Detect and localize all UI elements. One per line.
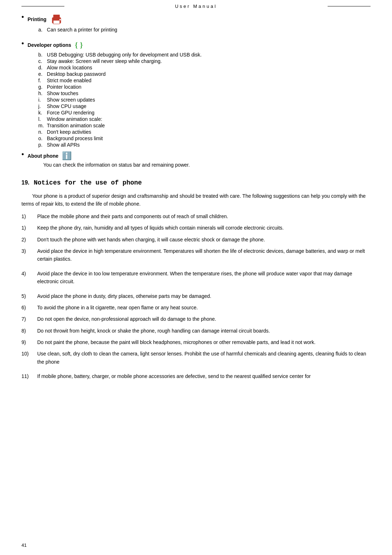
sub-item-i: i. Show screen updates <box>38 97 202 103</box>
section19-heading-row: 19. Notices for the use of phone <box>21 179 371 186</box>
printer-icon <box>50 14 63 25</box>
sub-text-i: Show screen updates <box>47 97 202 103</box>
sub-letter-k: k. <box>38 110 47 116</box>
sub-letter-h: h. <box>38 90 47 96</box>
sub-letter-p: p. <box>38 142 47 148</box>
list-item: 4) Avoid place the device in too low tem… <box>21 270 371 286</box>
sub-item-p: p. Show all APRs <box>38 142 202 148</box>
num-text-9: Do not paint the phone, because the pain… <box>37 338 371 346</box>
about-label: About phone <box>28 153 58 159</box>
bullet-developer: • <box>21 40 24 47</box>
num-label-2: 2) <box>21 236 37 244</box>
sub-text-n: Don't keep activities <box>47 129 202 135</box>
sub-text-h: Show touches <box>47 90 202 96</box>
sub-item-e: e. Desktop backup password <box>38 71 202 77</box>
sub-item-f: f. Strict mode enabled <box>38 78 202 83</box>
sub-letter-i: i. <box>38 97 47 103</box>
sub-text-j: Show CPU usage <box>47 103 202 109</box>
num-label-3: 3) <box>21 247 37 255</box>
sub-letter-g: g. <box>38 84 47 90</box>
sub-item-a: a. Can search a printer for printing <box>38 27 117 33</box>
developer-icon: { } <box>75 40 88 50</box>
num-label-7: 7) <box>21 315 37 323</box>
sub-text-c: Stay awake: Screen will never sleep whil… <box>47 58 202 64</box>
sub-letter-o: o. <box>38 136 47 141</box>
printing-label: Printing <box>28 16 46 22</box>
sub-letter-m: m. <box>38 123 47 128</box>
header-lines: User Manual <box>21 4 371 9</box>
sub-item-b: b. USB Debugging: USB debugging only for… <box>38 52 202 58</box>
page: User Manual • Printing a. Can search a p… <box>0 0 392 555</box>
num-text-2: Don't touch the phone with wet hands whe… <box>37 236 371 244</box>
svg-rect-1 <box>53 15 60 18</box>
sub-text-l: Window animation scale: <box>47 116 202 122</box>
sub-item-g: g. Pointer location <box>38 84 202 90</box>
num-text-5: Avoid place the phone in dusty, dirty pl… <box>37 292 371 300</box>
sub-item-m: m. Transition animation scale <box>38 123 202 128</box>
list-item: 1) Keep the phone dry, rain, humidity an… <box>21 224 371 232</box>
list-item: 3) Avoid place the device in high temper… <box>21 247 371 263</box>
sub-text-f: Strict mode enabled <box>47 78 202 83</box>
num-text-8: Do not throwit from height, knock or sha… <box>37 327 371 335</box>
sub-letter-c: c. <box>38 58 47 64</box>
num-text-3: Avoid place the device in high temperatu… <box>37 247 371 263</box>
list-item: 2) Don't touch the phone with wet hands … <box>21 236 371 244</box>
list-item: 9) Do not paint the phone, because the p… <box>21 338 371 346</box>
sub-item-k: k. Force GPU rendering <box>38 110 202 116</box>
num-label-9: 9) <box>21 338 37 346</box>
section19-number: 19. <box>21 180 29 186</box>
sub-letter-d: d. <box>38 65 47 70</box>
sub-text-a: Can search a printer for printing <box>47 27 117 33</box>
list-item: 1) Place the mobile phone and their part… <box>21 212 371 220</box>
sub-item-l: l. Window animation scale: <box>38 116 202 122</box>
sub-item-c: c. Stay awake: Screen will never sleep w… <box>38 58 202 64</box>
list-item: 6) To avoid the phone in a lit cigarette… <box>21 304 371 311</box>
sub-item-h: h. Show touches <box>38 90 202 96</box>
section19-title: Notices for the use of phone <box>34 179 142 186</box>
printing-section: • Printing a. Can search a printer for p… <box>21 14 371 33</box>
num-label-5: 5) <box>21 292 37 300</box>
num-text-11: If mobile phone, battery, charger, or mo… <box>37 372 371 380</box>
list-item: 8) Do not throwit from height, knock or … <box>21 327 371 335</box>
num-text-1a: Place the mobile phone and their parts a… <box>37 212 371 220</box>
sub-letter-l: l. <box>38 116 47 122</box>
sub-item-d: d. Alow mock locations <box>38 65 202 70</box>
num-label-10: 10) <box>21 350 37 358</box>
header-left-line <box>21 6 64 6</box>
num-label-8: 8) <box>21 327 37 335</box>
sub-text-d: Alow mock locations <box>47 65 202 70</box>
num-text-4: Avoid place the device in too low temper… <box>37 270 371 286</box>
svg-rect-2 <box>53 20 60 24</box>
list-item: 11) If mobile phone, battery, charger, o… <box>21 372 371 380</box>
num-label-4: 4) <box>21 270 37 278</box>
sub-letter-e: e. <box>38 71 47 77</box>
developer-section: • Developer options { } b. USB Debugging… <box>21 40 371 148</box>
bullet-printing: • <box>21 13 24 20</box>
sub-text-b: USB Debugging: USB debugging only for de… <box>47 52 202 58</box>
developer-label: Developer options <box>28 42 71 48</box>
header-title: User Manual <box>175 4 217 9</box>
about-description: You can check the information on status … <box>43 162 190 168</box>
about-icon: ℹ️ <box>62 151 72 161</box>
developer-sub-list: b. USB Debugging: USB debugging only for… <box>38 52 202 148</box>
sub-text-p: Show all APRs <box>47 142 202 148</box>
num-label-1a: 1) <box>21 212 37 220</box>
sub-text-o: Background process limit <box>47 136 202 141</box>
sub-item-o: o. Background process limit <box>38 136 202 141</box>
num-label-1b: 1) <box>21 224 37 232</box>
sub-text-m: Transition animation scale <box>47 123 202 128</box>
numbered-list: 1) Place the mobile phone and their part… <box>21 212 371 380</box>
num-text-10: Use clean, soft, dry cloth to clean the … <box>37 350 371 366</box>
page-number: 41 <box>21 542 26 548</box>
bullet-about: • <box>21 151 24 158</box>
printing-sub-list: a. Can search a printer for printing <box>38 27 117 33</box>
sub-letter-f: f. <box>38 78 47 83</box>
num-text-7: Do not open the device, non-professional… <box>37 315 371 323</box>
sub-letter-n: n. <box>38 129 47 135</box>
sub-letter-a: a. <box>38 27 47 33</box>
num-text-6: To avoid the phone in a lit cigarette, n… <box>37 304 371 311</box>
sub-item-j: j. Show CPU usage <box>38 103 202 109</box>
sub-text-k: Force GPU rendering <box>47 110 202 116</box>
num-label-11: 11) <box>21 372 37 380</box>
num-label-6: 6) <box>21 304 37 311</box>
